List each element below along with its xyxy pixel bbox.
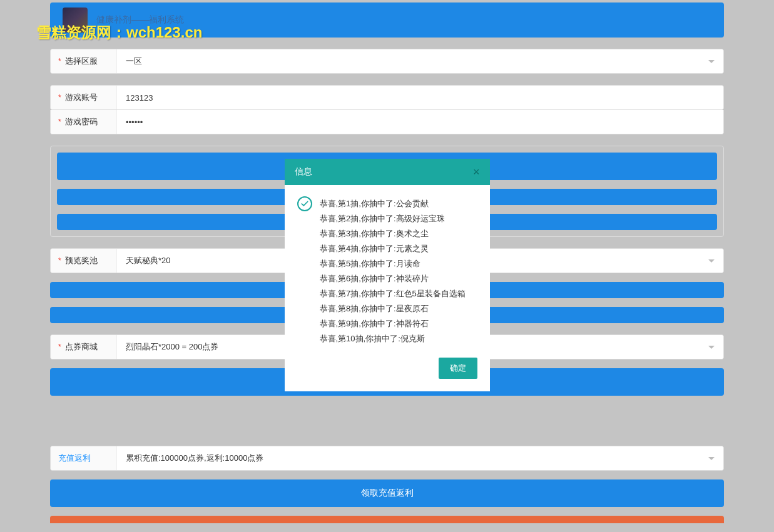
info-modal: 信息 × 恭喜,第1抽,你抽中了:公会贡献恭喜,第2抽,你抽中了:高级好运宝珠恭… (285, 159, 490, 391)
modal-message-list: 恭喜,第1抽,你抽中了:公会贡献恭喜,第2抽,你抽中了:高级好运宝珠恭喜,第3抽… (320, 196, 466, 346)
modal-line: 恭喜,第2抽,你抽中了:高级好运宝珠 (320, 211, 466, 226)
modal-overlay: 信息 × 恭喜,第1抽,你抽中了:公会贡献恭喜,第2抽,你抽中了:高级好运宝珠恭… (0, 0, 774, 532)
modal-line: 恭喜,第1抽,你抽中了:公会贡献 (320, 196, 466, 211)
confirm-button[interactable]: 确定 (439, 358, 477, 379)
modal-line: 恭喜,第8抽,你抽中了:星夜原石 (320, 301, 466, 316)
modal-header: 信息 × (285, 159, 490, 185)
success-check-icon (297, 196, 312, 211)
close-icon[interactable]: × (473, 166, 480, 178)
modal-line: 恭喜,第9抽,你抽中了:神器符石 (320, 316, 466, 331)
modal-line: 恭喜,第3抽,你抽中了:奥术之尘 (320, 226, 466, 241)
modal-line: 恭喜,第7抽,你抽中了:红色5星装备自选箱 (320, 286, 466, 301)
modal-line: 恭喜,第10抽,你抽中了:倪克斯 (320, 331, 466, 346)
modal-footer: 确定 (285, 358, 490, 391)
modal-line: 恭喜,第5抽,你抽中了:月读命 (320, 256, 466, 271)
modal-title: 信息 (295, 166, 312, 178)
modal-line: 恭喜,第6抽,你抽中了:神装碎片 (320, 271, 466, 286)
modal-body: 恭喜,第1抽,你抽中了:公会贡献恭喜,第2抽,你抽中了:高级好运宝珠恭喜,第3抽… (285, 185, 490, 358)
modal-line: 恭喜,第4抽,你抽中了:元素之灵 (320, 241, 466, 256)
